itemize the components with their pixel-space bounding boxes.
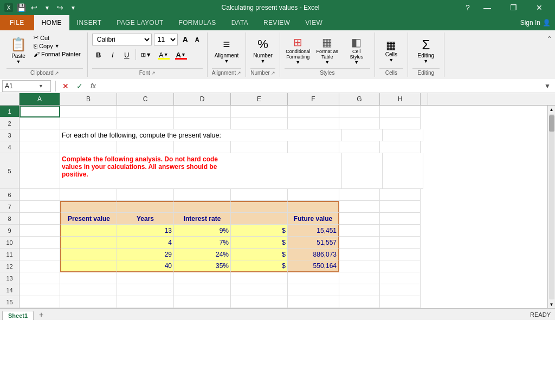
cell-f13[interactable] (288, 272, 339, 284)
row-header-13[interactable]: 13 (0, 272, 20, 284)
cell-a13[interactable] (20, 272, 60, 284)
insert-function-button[interactable]: fx (88, 82, 98, 90)
cells-arrow[interactable]: ▼ (389, 57, 393, 63)
col-header-b[interactable]: B (60, 93, 117, 105)
row-header-15[interactable]: 15 (0, 296, 20, 308)
row-header-11[interactable]: 11 (0, 249, 20, 260)
cell-f1[interactable] (288, 106, 339, 117)
cell-b11[interactable] (60, 249, 117, 260)
cell-g13[interactable] (339, 272, 380, 284)
cell-g6[interactable] (339, 189, 380, 201)
cell-h12[interactable] (380, 260, 421, 272)
paste-button[interactable]: 📋 Paste ▼ (7, 34, 30, 67)
font-expand-icon[interactable]: ↗ (151, 70, 156, 76)
customize-qat-button[interactable]: ▼ (68, 3, 78, 12)
cell-c13[interactable] (117, 272, 174, 284)
cell-b5[interactable]: Complete the following analysis. Do not … (60, 153, 342, 189)
help-button[interactable]: ? (463, 3, 473, 12)
restore-button[interactable]: ❐ (502, 0, 525, 15)
cell-a10[interactable] (20, 237, 60, 249)
bold-button[interactable]: B (92, 49, 105, 61)
cell-f10[interactable]: 51,557 (288, 237, 339, 249)
row-header-6[interactable]: 6 (0, 189, 20, 201)
cell-a1[interactable] (20, 106, 60, 117)
row-header-3[interactable]: 3 (0, 129, 20, 141)
number-expand-icon[interactable]: ↗ (271, 70, 275, 76)
cell-d13[interactable] (174, 272, 231, 284)
cell-a11[interactable] (20, 249, 60, 260)
cell-g11[interactable] (339, 249, 380, 260)
cell-h14[interactable] (380, 284, 421, 296)
row-header-4[interactable]: 4 (0, 141, 20, 153)
cell-g10[interactable] (339, 237, 380, 249)
cell-c1[interactable] (117, 106, 174, 117)
cell-c6[interactable] (117, 189, 174, 201)
scroll-down-button[interactable]: ▼ (548, 300, 556, 308)
row-header-1[interactable]: 1 (0, 106, 20, 117)
row-header-5[interactable]: 5 (0, 153, 20, 189)
fmt-table-arrow[interactable]: ▼ (325, 60, 330, 65)
cell-b12[interactable] (60, 260, 117, 272)
cell-b6[interactable] (60, 189, 117, 201)
number-format-button[interactable]: % Number ▼ (251, 34, 275, 67)
tab-view[interactable]: VIEW (298, 15, 330, 30)
cell-b2[interactable] (60, 117, 117, 129)
cell-c8[interactable]: Years (117, 213, 174, 225)
fill-color-button[interactable]: A ▼ (156, 49, 172, 61)
cell-h2[interactable] (380, 117, 421, 129)
conditional-formatting-button[interactable]: ⊞ ConditionalFormatting ▼ (285, 34, 312, 67)
vertical-scrollbar[interactable]: ▲ ▼ (547, 106, 555, 308)
cell-h8[interactable] (380, 213, 421, 225)
font-color-arrow[interactable]: ▼ (181, 52, 186, 57)
cell-c14[interactable] (117, 284, 174, 296)
cell-h4[interactable] (380, 141, 421, 153)
cell-b4[interactable] (60, 141, 117, 153)
font-size-select[interactable]: 11 (154, 34, 178, 45)
add-sheet-button[interactable]: + (35, 309, 48, 320)
col-header-e[interactable]: E (231, 93, 288, 105)
redo-button[interactable]: ↪ (55, 3, 65, 12)
cell-a12[interactable] (20, 260, 60, 272)
cell-c2[interactable] (117, 117, 174, 129)
tab-insert[interactable]: INSERT (69, 15, 109, 30)
cell-g15[interactable] (339, 296, 380, 308)
format-painter-button[interactable]: 🖌Format Painter (31, 50, 83, 58)
copy-dropdown-icon[interactable]: ▼ (55, 43, 60, 49)
cell-d7[interactable] (174, 201, 231, 213)
cell-c10[interactable]: 4 (117, 237, 174, 249)
cell-g14[interactable] (339, 284, 380, 296)
cell-c9[interactable]: 13 (117, 225, 174, 237)
cell-h5[interactable] (383, 153, 423, 189)
cell-f15[interactable] (288, 296, 339, 308)
cell-a4[interactable] (20, 141, 60, 153)
cell-e1[interactable] (231, 106, 288, 117)
cell-a9[interactable] (20, 225, 60, 237)
cell-a7[interactable] (20, 201, 60, 213)
cell-f14[interactable] (288, 284, 339, 296)
col-header-h[interactable]: H (380, 93, 421, 105)
cell-g12[interactable] (339, 260, 380, 272)
cell-e6[interactable] (231, 189, 288, 201)
cell-d4[interactable] (174, 141, 231, 153)
confirm-formula-button[interactable]: ✓ (74, 82, 85, 90)
fill-color-arrow[interactable]: ▼ (164, 52, 169, 57)
scroll-thumb[interactable] (549, 115, 554, 132)
cell-a3[interactable] (20, 129, 60, 141)
minimize-button[interactable]: — (476, 0, 499, 15)
cell-f11[interactable]: 886,073 (288, 249, 339, 260)
paste-dropdown-arrow[interactable]: ▼ (16, 59, 21, 64)
cell-d8[interactable]: Interest rate (174, 213, 231, 225)
cell-h9[interactable] (380, 225, 421, 237)
cell-e14[interactable] (231, 284, 288, 296)
cell-g5[interactable] (342, 153, 383, 189)
cell-f6[interactable] (288, 189, 339, 201)
cell-f9[interactable]: 15,451 (288, 225, 339, 237)
cell-g1[interactable] (339, 106, 380, 117)
sign-in-button[interactable]: Sign In 👤 (520, 15, 555, 30)
cell-h3[interactable] (383, 129, 423, 141)
name-box-input[interactable] (5, 82, 37, 90)
cell-d6[interactable] (174, 189, 231, 201)
cancel-formula-button[interactable]: ✕ (60, 82, 71, 90)
cell-f4[interactable] (288, 141, 339, 153)
number-arrow[interactable]: ▼ (261, 58, 266, 64)
